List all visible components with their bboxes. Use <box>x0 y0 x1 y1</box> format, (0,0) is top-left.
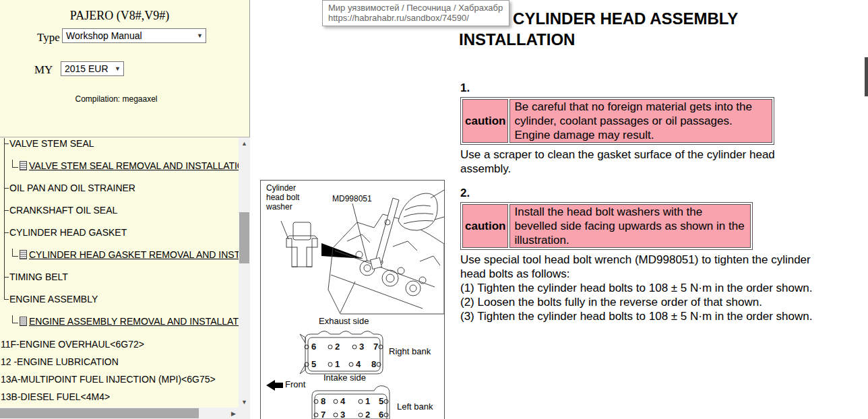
left-bank-label: Left bank <box>397 402 433 412</box>
exhaust-side-label: Exhaust side <box>319 317 369 326</box>
tooltip-url: https://habrahabr.ru/sandbox/74590/ <box>328 13 503 23</box>
bolt-hole-icon <box>334 399 338 404</box>
bolt-order-number: 2 <box>365 410 370 419</box>
bolt-order-number: 5 <box>379 396 383 406</box>
toc-node[interactable]: VALVE STEM SEAL <box>4 137 94 150</box>
tree-branch-tick <box>4 188 9 189</box>
toc-node-label: 11F-ENGINE OVERHAUL<6G72> <box>1 339 144 350</box>
bolt-hole-icon <box>328 345 332 349</box>
bolt-order-number: 2 <box>335 342 340 352</box>
bolt-order-number: 8 <box>371 359 376 369</box>
tree-elbow <box>12 315 18 323</box>
toc-node[interactable]: TIMING BELT <box>4 271 68 283</box>
toc-link-label[interactable]: VALVE STEM SEAL REMOVAL AND INSTALLATION <box>29 160 239 171</box>
caution-text: Be careful that no foreign material gets… <box>509 99 772 143</box>
tree-branch-tick <box>4 277 9 278</box>
caution-label: caution <box>462 99 508 143</box>
step-number: 1. <box>460 81 838 95</box>
bolt-hole-icon <box>352 345 356 349</box>
bolt-hole-icon <box>359 413 363 417</box>
type-select[interactable]: Workshop Manual ▼ <box>62 28 206 43</box>
tooltip-title: Мир уязвимостей / Песочница / Хабрахабр <box>328 3 503 13</box>
toc-link-label[interactable]: ENGINE ASSEMBLY REMOVAL AND INSTALLATION <box>29 316 239 327</box>
toc-node-label: 12 -ENGINE LUBRICATION <box>1 356 119 367</box>
tool-number-label: MD998051 <box>332 194 372 203</box>
bolt-order-number: 4 <box>356 359 361 369</box>
toc-tree: VALVE STEM SEALVALVE STEM SEAL REMOVAL A… <box>0 137 239 408</box>
bolt-order-number: 4 <box>340 396 346 406</box>
my-select[interactable]: 2015 EUR ▼ <box>61 61 124 76</box>
toc-node[interactable]: CRANKSHAFT OIL SEAL <box>4 204 117 216</box>
step-substep: (1) Tighten the cylinder head bolts to 1… <box>460 281 838 295</box>
toc-node-label: 13B-DIESEL FUEL<4M4> <box>1 391 110 402</box>
bolt-order-number: 1 <box>335 359 340 369</box>
bolt-order-number: 3 <box>359 342 364 352</box>
step-substep: (2) Loosen the bolts fully in the revers… <box>460 295 838 309</box>
procedure-content: 1. caution Be careful that no foreign ma… <box>459 81 838 323</box>
chevron-down-icon: ▼ <box>197 32 203 39</box>
caution-box: caution Install the head bolt washers wi… <box>460 202 753 250</box>
tree-vertical-scrollbar[interactable]: ▲ ▼ <box>239 137 250 408</box>
tree-branch-tick <box>4 232 9 233</box>
toc-document-link[interactable]: VALVE STEM SEAL REMOVAL AND INSTALLATION <box>12 160 239 172</box>
scroll-down-icon[interactable]: ▼ <box>239 396 250 408</box>
toc-node[interactable]: CYLINDER HEAD GASKET <box>4 226 127 238</box>
compilation-note: Compilation: megaaxel <box>0 94 232 104</box>
type-select-value: Workshop Manual <box>66 30 142 41</box>
toc-node-label: ENGINE ASSEMBLY <box>9 294 98 304</box>
bolt-order-number: 3 <box>340 410 345 419</box>
toc-node[interactable]: 13A-MULTIPOINT FUEL INJECTION (MPI)<6G75… <box>1 373 216 385</box>
document-icon <box>20 161 27 170</box>
vertical-scroll-thumb[interactable] <box>239 212 249 263</box>
toc-node-label: VALVE STEM SEAL <box>9 138 94 149</box>
manual-title: PAJERO (V8#,V9#) <box>0 9 239 23</box>
toc-node[interactable]: 11F-ENGINE OVERHAUL<6G72> <box>1 338 144 350</box>
tree-branch-tick <box>4 143 9 144</box>
scroll-right-icon[interactable]: ▶ <box>228 408 239 419</box>
horizontal-scroll-thumb[interactable] <box>0 408 199 418</box>
toc-node[interactable]: 12 -ENGINE LUBRICATION <box>1 356 119 368</box>
tree-elbow <box>12 249 18 257</box>
bolt-hole-icon <box>349 362 353 366</box>
scrollbar-corner <box>239 408 250 419</box>
washer-callout-label: Cylinder head bolt washer <box>266 183 308 212</box>
front-label: Front <box>285 380 305 389</box>
toc-document-link[interactable]: ENGINE ASSEMBLY REMOVAL AND INSTALLATION <box>12 315 239 327</box>
tree-branch-tick <box>4 299 9 300</box>
toc-link-label[interactable]: CYLINDER HEAD GASKET REMOVAL AND INSTALL… <box>29 249 239 260</box>
document-icon <box>20 317 27 326</box>
bolt-order-number: 7 <box>321 410 326 419</box>
step-number: 2. <box>460 186 838 200</box>
toc-node[interactable]: OIL PAN AND OIL STRAINER <box>4 182 135 194</box>
toc-node-label: TIMING BELT <box>9 271 68 282</box>
type-label: Type <box>37 31 60 44</box>
caution-label: caution <box>462 204 508 248</box>
bolt-hole-icon <box>328 362 332 366</box>
bolt-order-number: 1 <box>365 396 370 406</box>
bolt-hole-icon <box>359 399 363 404</box>
my-label: MY <box>34 63 53 77</box>
page-scrollbar-fragment[interactable] <box>865 57 868 96</box>
toc-node-label: CRANKSHAFT OIL SEAL <box>9 205 117 216</box>
tree-elbow <box>12 160 18 168</box>
intake-side-label: Intake side <box>323 373 366 383</box>
caution-text: Install the head bolt washers with the b… <box>509 204 751 248</box>
bolt-order-number: 8 <box>321 396 326 406</box>
bolt-hole-icon <box>379 345 383 349</box>
right-bank-label: Right bank <box>389 347 431 356</box>
toc-node-label: CYLINDER HEAD GASKET <box>9 227 127 238</box>
toc-node[interactable]: 13B-DIESEL FUEL<4M4> <box>1 391 110 403</box>
bolt-hole-icon <box>334 413 338 417</box>
sidebar: PAJERO (V8#,V9#) Type Workshop Manual ▼ … <box>0 0 250 419</box>
scroll-up-icon[interactable]: ▲ <box>239 137 250 149</box>
torque-sequence-figure: 6237514884157326 Cylinder head bolt wash… <box>260 180 445 419</box>
tree-branch-tick <box>4 210 9 211</box>
toc-node[interactable]: ENGINE ASSEMBLY <box>4 293 98 305</box>
bolt-order-number: 6 <box>311 342 316 352</box>
chevron-down-icon: ▼ <box>115 65 121 72</box>
tree-horizontal-scrollbar[interactable]: ▶ <box>0 408 239 419</box>
step-substep: (3) Tighten the cylinder head bolts to 1… <box>460 309 838 323</box>
toc-document-link[interactable]: CYLINDER HEAD GASKET REMOVAL AND INSTALL… <box>12 249 239 261</box>
toc-node-label: OIL PAN AND OIL STRAINER <box>9 183 135 193</box>
toc-node-label: 13A-MULTIPOINT FUEL INJECTION (MPI)<6G75… <box>1 374 216 385</box>
